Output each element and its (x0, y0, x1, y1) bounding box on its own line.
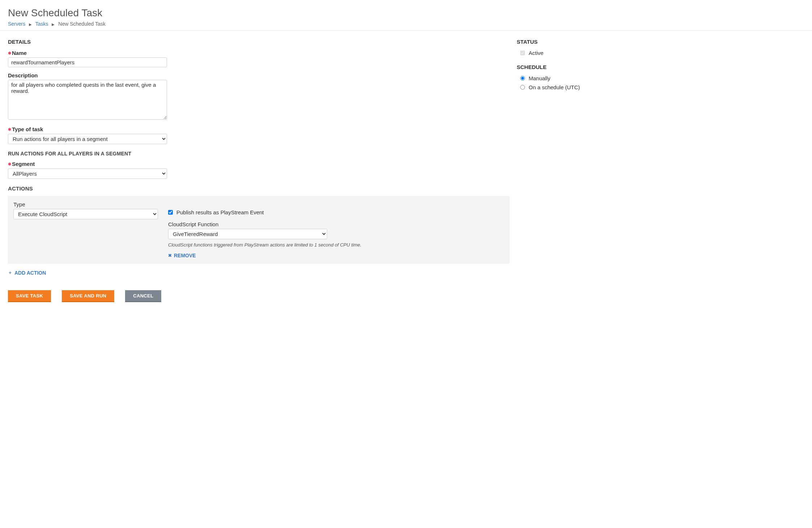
breadcrumb-tasks[interactable]: Tasks (35, 21, 48, 27)
breadcrumb-current: New Scheduled Task (58, 21, 105, 27)
description-label: Description (8, 72, 509, 78)
description-textarea[interactable]: for all players who completed quests in … (8, 80, 167, 120)
add-action-label: ADD ACTION (14, 270, 46, 276)
plus-icon: ＋ (8, 270, 12, 276)
name-input[interactable] (8, 57, 167, 67)
save-and-run-button[interactable]: SAVE AND RUN (62, 290, 114, 302)
schedule-manually-label: Manually (529, 75, 550, 81)
action-type-select[interactable]: Execute CloudScript (13, 209, 158, 219)
actions-heading: ACTIONS (8, 185, 509, 192)
segment-select[interactable]: AllPlayers (8, 168, 167, 179)
action-card: Type Execute CloudScript Publish results… (8, 196, 509, 264)
cloudscript-helper-text: CloudScript functions triggered from Pla… (168, 242, 504, 248)
publish-results-label: Publish results as PlayStream Event (176, 209, 264, 215)
breadcrumb-servers[interactable]: Servers (8, 21, 25, 27)
add-action-button[interactable]: ＋ ADD ACTION (8, 270, 46, 276)
details-heading: DETAILS (8, 39, 509, 45)
cloudscript-function-label: CloudScript Function (168, 221, 504, 227)
publish-results-checkbox[interactable] (168, 210, 173, 215)
active-label: Active (529, 50, 543, 56)
schedule-on-schedule-radio[interactable] (520, 85, 525, 90)
status-heading: STATUS (517, 39, 804, 45)
type-of-task-select[interactable]: Run actions for all players in a segment (8, 134, 167, 144)
chevron-right-icon: ▶ (29, 22, 32, 26)
schedule-manually-radio[interactable] (520, 76, 525, 81)
chevron-right-icon: ▶ (52, 22, 55, 26)
schedule-on-schedule-label: On a schedule (UTC) (529, 84, 580, 90)
cancel-button[interactable]: CANCEL (125, 290, 161, 302)
segment-section-heading: RUN ACTIONS FOR ALL PLAYERS IN A SEGMENT (8, 151, 509, 156)
remove-action-button[interactable]: ✖ REMOVE (168, 253, 196, 258)
page-title: New Scheduled Task (8, 7, 804, 19)
close-icon: ✖ (168, 253, 172, 258)
remove-action-label: REMOVE (174, 253, 196, 258)
schedule-heading: SCHEDULE (517, 64, 804, 70)
breadcrumb: Servers ▶ Tasks ▶ New Scheduled Task (8, 21, 804, 27)
type-of-task-label: Type of task (8, 126, 509, 132)
action-type-label: Type (13, 201, 158, 207)
name-label: Name (8, 50, 509, 56)
active-checkbox[interactable] (520, 51, 525, 55)
cloudscript-function-select[interactable]: GiveTieredReward (168, 229, 327, 239)
segment-label: Segment (8, 161, 509, 167)
save-task-button[interactable]: SAVE TASK (8, 290, 51, 302)
